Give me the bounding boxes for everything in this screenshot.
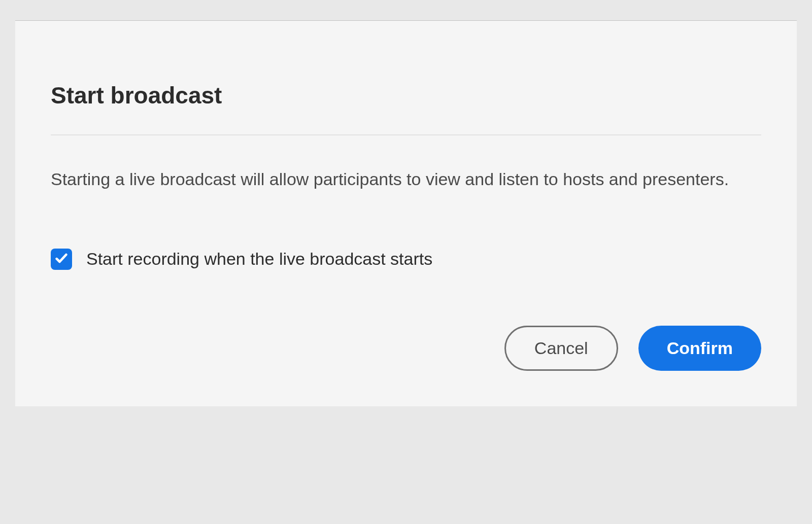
cancel-button[interactable]: Cancel [504,326,618,371]
button-row: Cancel Confirm [51,326,761,371]
checkmark-icon [54,251,69,267]
confirm-button[interactable]: Confirm [638,326,761,371]
start-recording-label: Start recording when the live broadcast … [86,249,432,269]
dialog-description: Starting a live broadcast will allow par… [51,166,761,193]
start-recording-checkbox[interactable] [51,249,72,270]
dialog-title: Start broadcast [51,82,761,109]
divider [51,134,761,135]
start-broadcast-dialog: Start broadcast Starting a live broadcas… [15,20,797,406]
checkbox-row: Start recording when the live broadcast … [51,249,761,270]
